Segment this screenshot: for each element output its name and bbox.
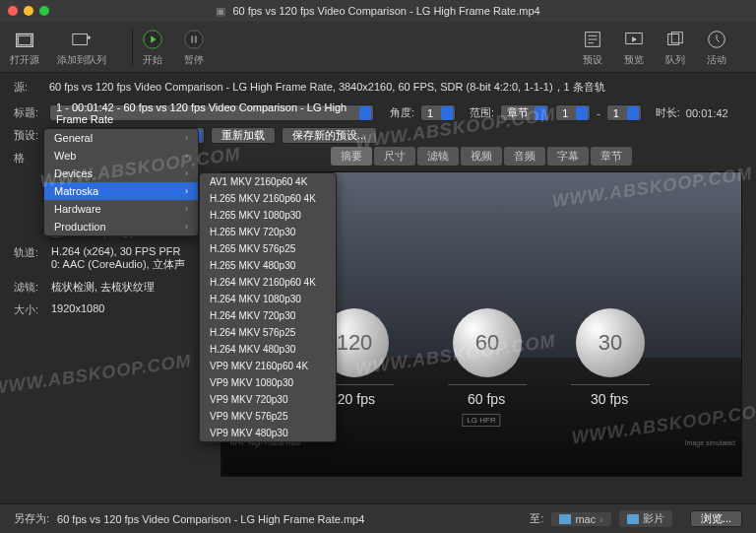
tab-summary[interactable]: 摘要 <box>331 147 372 166</box>
preset-label: 预设: <box>14 128 43 143</box>
matroska-submenu: AV1 MKV 2160p60 4K H.265 MKV 2160p60 4K … <box>199 172 337 442</box>
chevron-right-icon: › <box>185 133 188 143</box>
tab-chapters[interactable]: 章节 <box>591 147 632 166</box>
track-label: 轨道: <box>14 245 51 272</box>
duration-value: 00:01:42 <box>686 107 728 119</box>
submenu-item[interactable]: H.265 MKV 1080p30 <box>200 207 336 224</box>
tab-audio[interactable]: 音频 <box>504 147 545 166</box>
save-preset-button[interactable]: 保存新的预设... <box>282 127 377 144</box>
close-window-button[interactable] <box>8 6 18 16</box>
titlebar: ▣ 60 fps vs 120 fps Video Comparison - L… <box>0 0 756 22</box>
svg-point-4 <box>185 30 203 47</box>
submenu-item[interactable]: H.264 MKV 576p25 <box>200 324 336 341</box>
dropdown-item-matroska[interactable]: Matroska› <box>44 182 198 200</box>
preview-icon <box>622 28 646 51</box>
activity-button[interactable]: 活动 <box>705 28 728 67</box>
to-label: 至: <box>530 511 543 526</box>
open-source-button[interactable]: 打开源 <box>10 28 39 67</box>
range-sep: - <box>597 107 600 119</box>
preset-icon <box>581 28 604 51</box>
svg-rect-1 <box>19 35 32 44</box>
range-from-select[interactable]: 1 <box>555 104 591 121</box>
preset-dropdown-menu: General› Web› Devices› Matroska› Hardwar… <box>43 128 199 236</box>
open-icon <box>13 28 36 51</box>
toolbar: 打开源 添加到队列 开始 暂停 预设 预览 队列 活动 <box>0 22 756 73</box>
ball-60: 60 <box>453 308 522 377</box>
title-label: 标题: <box>14 105 43 120</box>
submenu-item[interactable]: H.264 MKV 720p30 <box>200 307 336 324</box>
window-title: ▣ 60 fps vs 120 fps Video Comparison - L… <box>0 5 756 18</box>
queue-icon <box>663 28 687 51</box>
reload-button[interactable]: 重新加载 <box>211 127 276 144</box>
submenu-item[interactable]: H.265 MKV 2160p60 4K <box>200 190 336 207</box>
range-type-select[interactable]: 章节 <box>500 104 549 121</box>
source-value: 60 fps vs 120 fps Video Comparison - LG … <box>49 80 605 95</box>
add-queue-icon <box>70 28 94 51</box>
range-to-select[interactable]: 1 <box>606 104 642 121</box>
track-value: H.264 (x264), 30 FPS PFR 0: AAC (CoreAud… <box>51 245 211 272</box>
chevron-right-icon: › <box>185 151 188 161</box>
chevron-right-icon: › <box>185 186 188 196</box>
bottom-bar: 另存为: 60 fps vs 120 fps Video Comparison … <box>0 503 756 533</box>
ball-30-label: 30 fps <box>591 391 628 407</box>
title-row: 标题: 1 - 00:01:42 - 60 fps vs 120 fps Vid… <box>0 101 756 124</box>
title-select[interactable]: 1 - 00:01:42 - 60 fps vs 120 fps Video C… <box>49 104 374 121</box>
folder-icon <box>559 514 571 524</box>
start-button[interactable]: 开始 <box>141 28 164 67</box>
ball-30: 30 <box>576 308 645 377</box>
minimize-window-button[interactable] <box>24 6 33 16</box>
saveas-label: 另存为: <box>14 511 49 526</box>
file-icon: ▣ <box>216 5 225 17</box>
folder-icon <box>627 514 639 524</box>
ball-60-label: 60 fps <box>468 391 505 407</box>
dropdown-item-web[interactable]: Web› <box>44 147 198 165</box>
queue-button[interactable]: 队列 <box>663 28 687 67</box>
submenu-item[interactable]: VP9 MKV 720p30 <box>200 391 336 408</box>
size-value: 1920x1080 <box>51 302 211 317</box>
angle-label: 角度: <box>390 105 414 120</box>
submenu-item[interactable]: AV1 MKV 2160p60 4K <box>200 173 336 190</box>
angle-select[interactable]: 1 <box>420 104 456 121</box>
browse-button[interactable]: 浏览... <box>690 510 742 527</box>
play-icon <box>141 28 164 51</box>
tab-dimensions[interactable]: 尺寸 <box>374 147 415 166</box>
range-label: 范围: <box>470 105 494 120</box>
window-title-text: 60 fps vs 120 fps Video Comparison - LG … <box>232 5 539 17</box>
svg-rect-2 <box>73 33 88 44</box>
preview-button[interactable]: 预览 <box>622 28 646 67</box>
lg-hfr-badge: LG HFR <box>462 414 500 427</box>
submenu-item[interactable]: H.265 MKV 576p25 <box>200 240 336 257</box>
add-to-queue-button[interactable]: 添加到队列 <box>57 28 106 67</box>
dropdown-item-hardware[interactable]: Hardware› <box>44 200 198 218</box>
window-controls <box>8 6 49 16</box>
submenu-item[interactable]: VP9 MKV 2160p60 4K <box>200 358 336 374</box>
filter-label: 滤镜: <box>14 280 51 295</box>
dropdown-item-production[interactable]: Production› <box>44 218 198 235</box>
submenu-item[interactable]: VP9 MKV 1080p30 <box>200 374 336 391</box>
tab-video[interactable]: 视频 <box>461 147 502 166</box>
source-row: 源: 60 fps vs 120 fps Video Comparison - … <box>0 77 756 98</box>
dropdown-item-general[interactable]: General› <box>44 129 198 147</box>
duration-label: 时长: <box>656 105 680 120</box>
submenu-item[interactable]: H.264 MKV 1080p30 <box>200 291 336 307</box>
pause-button[interactable]: 暂停 <box>182 28 206 67</box>
dropdown-item-devices[interactable]: Devices› <box>44 165 198 182</box>
submenu-item[interactable]: VP9 MKV 576p25 <box>200 408 336 425</box>
svg-rect-6 <box>195 35 197 42</box>
preview-br-text: Image simulated <box>685 439 735 446</box>
submenu-item[interactable]: VP9 MKV 480p30 <box>200 425 336 441</box>
chevron-right-icon: › <box>185 222 188 232</box>
path-segment-mac[interactable]: mac› <box>551 512 610 526</box>
saveas-filename: 60 fps vs 120 fps Video Comparison - LG … <box>57 513 364 525</box>
submenu-item[interactable]: H.265 MKV 720p30 <box>200 224 336 240</box>
path-segment-movies[interactable]: 影片 <box>619 510 672 527</box>
submenu-item[interactable]: H.264 MKV 480p30 <box>200 341 336 358</box>
submenu-item[interactable]: H.265 MKV 480p30 <box>200 257 336 274</box>
tabs: 摘要 尺寸 滤镜 视频 音频 字幕 章节 <box>220 147 742 166</box>
submenu-item[interactable]: H.264 MKV 2160p60 4K <box>200 274 336 291</box>
tab-filters[interactable]: 滤镜 <box>417 147 459 166</box>
maximize-window-button[interactable] <box>39 6 49 16</box>
tab-subtitles[interactable]: 字幕 <box>547 147 589 166</box>
source-label: 源: <box>14 80 43 95</box>
preset-button[interactable]: 预设 <box>581 28 604 67</box>
